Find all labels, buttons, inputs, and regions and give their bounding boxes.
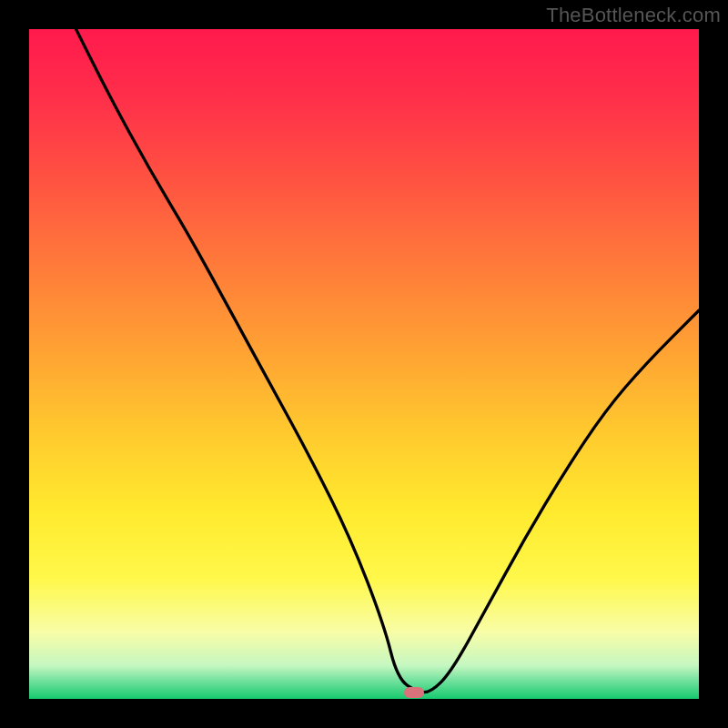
plot-area [29,29,699,699]
bottleneck-curve [29,29,699,699]
optimal-marker [404,687,424,698]
watermark-text: TheBottleneck.com [546,4,721,27]
chart-container: TheBottleneck.com [0,0,728,728]
